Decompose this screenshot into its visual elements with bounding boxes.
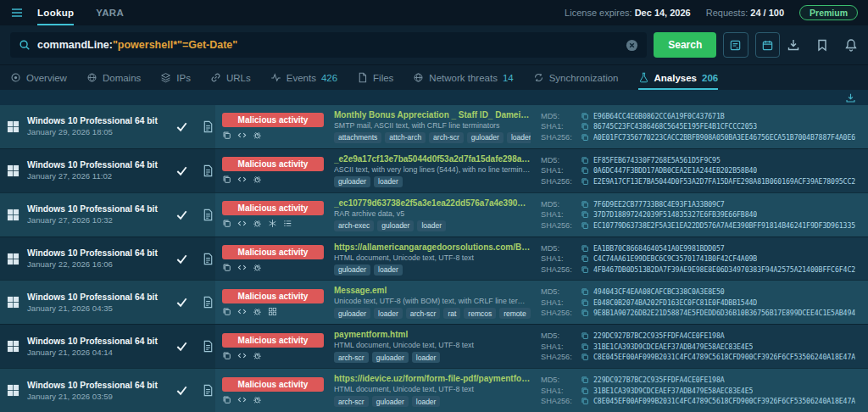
tag[interactable]: loader xyxy=(374,264,403,276)
list-icon[interactable] xyxy=(283,219,292,228)
verdict-badge[interactable]: Malicious activity xyxy=(222,289,324,303)
copy-icon[interactable] xyxy=(581,265,589,274)
sample-title[interactable]: _ec10779d63738e2f5a3e1ea22dd576a7a4e390b… xyxy=(334,198,531,208)
report-icon[interactable] xyxy=(202,384,214,397)
menu-icon[interactable] xyxy=(10,6,24,19)
report-icon[interactable] xyxy=(202,296,214,309)
tag[interactable]: arch-scr xyxy=(334,352,369,363)
tab-domains[interactable]: Domains xyxy=(86,65,141,90)
grid-icon[interactable] xyxy=(268,307,277,316)
tag[interactable]: arch-scr xyxy=(334,396,369,407)
copy-icon[interactable] xyxy=(581,112,589,120)
code-icon[interactable] xyxy=(237,351,247,360)
tab-events[interactable]: Events 426 xyxy=(270,65,337,90)
report-icon[interactable] xyxy=(202,164,214,177)
tag[interactable]: loader xyxy=(412,396,441,407)
tag[interactable]: attch-arch xyxy=(385,132,426,143)
hash-value[interactable]: EF85FEB674330F7268E5A561D5F9C95 xyxy=(593,156,721,164)
download-icon[interactable] xyxy=(787,38,800,52)
copy-icon[interactable] xyxy=(581,397,589,405)
copy-icon[interactable] xyxy=(581,221,589,230)
tab-analyses[interactable]: Analyses 206 xyxy=(638,65,719,90)
analysis-row[interactable]: Windows 10 Professional 64 bit January 2… xyxy=(0,368,868,412)
copy-icon[interactable] xyxy=(222,351,231,360)
bug-icon[interactable] xyxy=(253,219,262,228)
bug-icon[interactable] xyxy=(253,395,262,404)
tag[interactable]: guloader xyxy=(377,220,414,231)
tag[interactable]: attachments xyxy=(334,132,381,143)
hash-value[interactable]: E2E9A17CF13E7BA5044D0F53A2D7FA15DAFE298A… xyxy=(593,177,855,186)
code-icon[interactable] xyxy=(237,219,247,228)
sample-title[interactable]: https://idevice.uz/form/form-file-pdf/pa… xyxy=(334,374,531,383)
sample-title[interactable]: Monthly Bonus Appreciation _ Staff ID_ D… xyxy=(334,110,531,120)
tab-overview[interactable]: Overview xyxy=(10,65,67,90)
report-icon[interactable] xyxy=(202,120,214,133)
code-icon[interactable] xyxy=(237,307,247,316)
premium-badge[interactable]: Premium xyxy=(799,5,858,20)
analysis-row[interactable]: Windows 10 Professional 64 bit January 2… xyxy=(0,192,868,237)
analysis-row[interactable]: Windows 10 Professional 64 bit January 2… xyxy=(0,280,868,324)
copy-icon[interactable] xyxy=(581,254,589,263)
report-icon[interactable] xyxy=(202,340,214,353)
copy-icon[interactable] xyxy=(581,331,589,340)
hash-value[interactable]: A0E01FC7356770223CACC2BBFB908A050BA3EE46… xyxy=(593,133,855,142)
verdict-badge[interactable]: Malicious activity xyxy=(222,157,324,171)
tag[interactable]: arch-exec xyxy=(334,220,374,231)
export-results-icon[interactable] xyxy=(845,92,856,103)
analysis-row[interactable]: Windows 10 Professional 64 bit January 2… xyxy=(0,237,868,281)
copy-icon[interactable] xyxy=(581,166,589,175)
search-templates-button[interactable] xyxy=(723,32,748,58)
copy-icon[interactable] xyxy=(581,122,589,131)
copy-icon[interactable] xyxy=(581,200,589,209)
hash-value[interactable]: 37D7D18897242039F514835327E6FB39E66FB840 xyxy=(593,210,757,219)
tag[interactable]: arch-scr xyxy=(406,308,441,319)
hash-value[interactable]: C8E045EF00AF099B2031C4FC4789C5618CFD900C… xyxy=(593,397,855,405)
tag[interactable]: remote xyxy=(499,308,530,319)
copy-icon[interactable] xyxy=(222,131,231,140)
tab-urls[interactable]: URLs xyxy=(210,65,251,90)
hash-value[interactable]: E96B64CC4E6B0862CC6A19F0C437671B xyxy=(593,112,725,120)
sample-title[interactable]: _e2e9a17cf13e7ba5044d0f53a2d7fa15dafe298… xyxy=(334,154,531,164)
search-input[interactable]: commandLine:"powershell*"=Get-Date" xyxy=(10,32,647,58)
verdict-badge[interactable]: Malicious activity xyxy=(222,245,324,259)
copy-icon[interactable] xyxy=(581,177,589,186)
tag[interactable]: guloader xyxy=(372,396,409,407)
code-icon[interactable] xyxy=(237,131,247,140)
tab-network-threats[interactable]: Network threats 14 xyxy=(413,65,513,90)
tag[interactable]: loader xyxy=(374,308,403,319)
copy-icon[interactable] xyxy=(581,342,589,351)
tag[interactable]: guloader xyxy=(372,352,409,363)
analysis-row[interactable]: Windows 10 Professional 64 bit January 2… xyxy=(0,324,868,368)
hash-value[interactable]: 31BE1CA393D9CDCEAEF37ADB479E58AEC83E4E5 xyxy=(593,342,753,351)
tag[interactable]: remcos xyxy=(464,308,496,319)
hash-value[interactable]: 9E8B1A90726DB2E21D58874E5FDEDD6D36B10B36… xyxy=(593,309,855,317)
hash-value[interactable]: 86745C23FC4386468C5645E195FE4B1CFCCC2053 xyxy=(593,122,757,131)
verdict-badge[interactable]: Malicious activity xyxy=(222,377,324,392)
copy-icon[interactable] xyxy=(581,376,589,384)
search-button[interactable]: Search xyxy=(654,32,716,58)
bug-icon[interactable] xyxy=(253,131,262,140)
nav-tab-yara[interactable]: YARA xyxy=(96,0,124,25)
analysis-row[interactable]: Windows 10 Professional 64 bit January 2… xyxy=(0,148,868,192)
hash-value[interactable]: 31BE1CA393D9CDCEAEF37ADB479E58AEC83E4E5 xyxy=(593,387,753,395)
verdict-badge[interactable]: Malicious activity xyxy=(222,201,324,215)
tag[interactable]: loader xyxy=(412,352,441,363)
hash-value[interactable]: EC10779D63738E2F5A3E1EA22DD576A7A4E390BF… xyxy=(593,221,855,230)
copy-icon[interactable] xyxy=(581,309,589,317)
tag[interactable]: loader xyxy=(417,220,446,231)
copy-icon[interactable] xyxy=(222,219,231,228)
report-icon[interactable] xyxy=(202,253,214,265)
verdict-badge[interactable]: Malicious activity xyxy=(222,113,324,127)
bug-icon[interactable] xyxy=(253,263,262,272)
hash-value[interactable]: EA1BB70C86684640541A0E9981BDD057 xyxy=(593,244,725,253)
sample-title[interactable]: paymentform.html xyxy=(334,330,531,339)
copy-icon[interactable] xyxy=(222,307,231,316)
bell-icon[interactable] xyxy=(844,38,858,52)
tag[interactable]: guloader xyxy=(334,176,370,187)
hash-value[interactable]: C8E045EF00AF099B2031C4FC4789C5618CFD900C… xyxy=(593,353,855,361)
tab-ips[interactable]: IPs xyxy=(160,65,191,90)
nav-tab-lookup[interactable]: Lookup xyxy=(37,0,74,25)
hash-value[interactable]: 229DC927B7BC2C935FFDFA4CE0FE198A xyxy=(593,331,725,340)
copy-icon[interactable] xyxy=(581,298,589,307)
copy-icon[interactable] xyxy=(581,133,589,142)
